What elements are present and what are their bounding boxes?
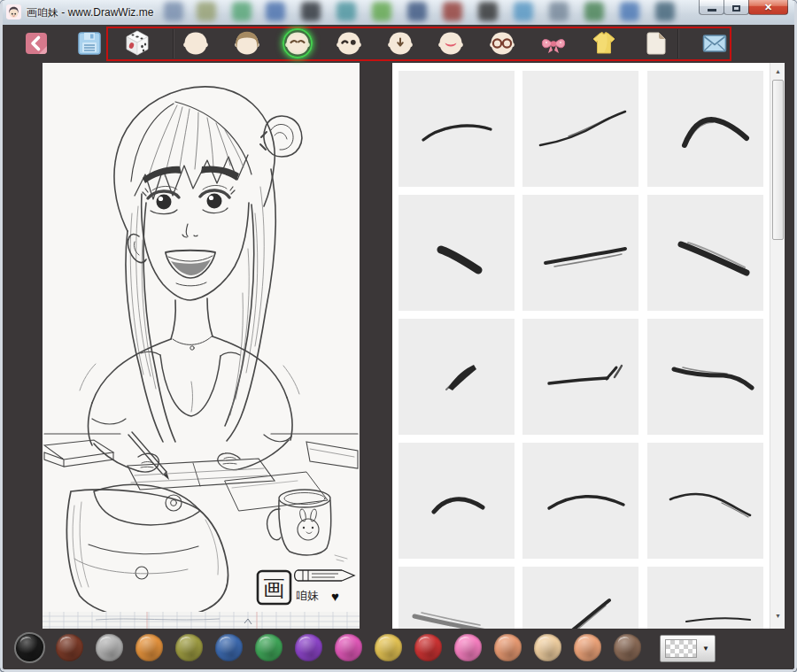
background-app-icon-blur xyxy=(164,2,183,21)
eyebrow-sketch xyxy=(398,567,515,629)
mouth-button[interactable] xyxy=(437,29,465,58)
color-swatch-2[interactable] xyxy=(56,634,83,661)
color-swatch-1[interactable] xyxy=(16,634,43,661)
eyebrow-sketch xyxy=(522,443,638,559)
eyebrow-thumbnail-brow-11[interactable] xyxy=(522,443,638,559)
svg-text:咱妹: 咱妹 xyxy=(296,589,319,602)
background-app-icon-blur xyxy=(478,2,498,21)
bow-icon xyxy=(539,29,568,58)
color-swatch-16[interactable] xyxy=(614,634,641,661)
accessory-button[interactable] xyxy=(539,29,568,58)
minimize-button[interactable] xyxy=(699,0,724,15)
face-nose-icon xyxy=(386,29,414,58)
background-app-icon-blur xyxy=(549,2,569,21)
eyebrow-sketch xyxy=(398,319,515,435)
eyebrow-sketch xyxy=(398,195,515,311)
girl-sketch: 画 咱妹 ♥ xyxy=(43,63,360,629)
color-swatch-7[interactable] xyxy=(255,634,282,661)
maximize-button[interactable] xyxy=(723,0,749,15)
color-swatch-9[interactable] xyxy=(335,634,362,661)
eyebrow-sketch xyxy=(647,319,763,435)
save-floppy-icon xyxy=(75,29,104,58)
background-button[interactable] xyxy=(641,29,669,58)
eyebrow-thumbnail-brow-7[interactable] xyxy=(398,319,515,435)
hair-button[interactable] xyxy=(233,29,261,58)
color-swatch-15[interactable] xyxy=(574,634,601,661)
color-swatch-10[interactable] xyxy=(375,634,402,661)
color-swatch-12[interactable] xyxy=(454,634,482,661)
eyebrow-thumbnail-brow-14[interactable] xyxy=(522,567,638,629)
background-app-icon-blur xyxy=(514,2,533,21)
eyebrow-thumbnail-brow-15[interactable] xyxy=(647,567,763,629)
background-app-icon-blur xyxy=(655,2,675,21)
color-swatch-6[interactable] xyxy=(215,634,243,661)
eyebrow-selection-panel: ▲ ▼ xyxy=(392,63,785,629)
background-app-icon-blur xyxy=(584,2,604,21)
pattern-dropdown[interactable]: ▼ xyxy=(660,635,716,662)
randomize-button[interactable] xyxy=(123,29,151,58)
eyebrow-sketch xyxy=(647,567,763,629)
minimize-icon xyxy=(708,9,716,12)
dice-icon xyxy=(123,29,151,58)
toolbar-separator xyxy=(677,29,679,58)
eyes-button[interactable] xyxy=(335,29,363,58)
background-app-icon-blur xyxy=(620,2,639,21)
background-app-icon-blur xyxy=(232,2,251,21)
color-swatch-3[interactable] xyxy=(96,634,123,661)
face-glasses-icon xyxy=(488,29,516,58)
eyebrow-thumbnail-brow-12[interactable] xyxy=(647,443,763,559)
scroll-up-button[interactable]: ▲ xyxy=(771,65,785,79)
eyebrow-sketch xyxy=(647,443,763,559)
eyebrow-sketch xyxy=(398,443,515,559)
eyebrow-thumbnail-brow-13[interactable] xyxy=(398,567,515,629)
color-swatch-14[interactable] xyxy=(534,634,561,661)
face-eyes-icon xyxy=(335,29,363,58)
eyebrow-thumbnail-brow-9[interactable] xyxy=(647,319,763,435)
eyebrow-thumbnail-brow-4[interactable] xyxy=(398,195,515,311)
drawing-preview-canvas: 画 咱妹 ♥ xyxy=(43,63,360,629)
face-shape-button[interactable] xyxy=(182,29,210,58)
color-swatch-8[interactable] xyxy=(295,634,322,661)
paper-icon xyxy=(641,29,669,58)
main-content: 画 咱妹 ♥ xyxy=(3,63,794,629)
eyebrows-button[interactable] xyxy=(283,29,312,58)
scroll-down-button[interactable]: ▼ xyxy=(771,609,785,623)
title-bar[interactable]: 画咱妹 - www.DrawWiz.me ✕ xyxy=(0,0,797,25)
svg-text:画: 画 xyxy=(263,575,285,600)
eyebrow-thumbnail-brow-5[interactable] xyxy=(522,195,638,311)
eyebrow-thumbnail-brow-8[interactable] xyxy=(522,319,638,435)
clothes-button[interactable] xyxy=(590,29,618,58)
eyebrow-thumbnail-brow-3[interactable] xyxy=(647,71,763,187)
nose-button[interactable] xyxy=(386,29,414,58)
maximize-icon xyxy=(732,5,740,12)
scrollbar[interactable]: ▲ ▼ xyxy=(770,63,785,629)
eyebrow-sketch xyxy=(522,567,638,629)
color-swatch-5[interactable] xyxy=(175,634,203,661)
graph-paper-strip xyxy=(43,612,360,629)
eyebrow-sketch xyxy=(647,195,763,311)
color-swatch-11[interactable] xyxy=(414,634,442,661)
svg-text:♥: ♥ xyxy=(331,589,339,604)
close-icon: ✕ xyxy=(764,2,772,13)
transparent-checker-swatch xyxy=(665,639,697,658)
color-swatch-13[interactable] xyxy=(494,634,522,661)
background-app-icon-blur xyxy=(372,2,391,21)
background-app-icon-blur xyxy=(443,2,462,21)
back-arrow-icon xyxy=(22,29,50,58)
back-button[interactable] xyxy=(22,29,50,58)
eyebrow-thumbnail-brow-6[interactable] xyxy=(647,195,763,311)
eyebrow-sketch xyxy=(522,319,638,435)
face-eyebrows-icon xyxy=(283,29,312,58)
eyebrow-thumbnail-brow-2[interactable] xyxy=(522,71,638,187)
share-button[interactable] xyxy=(700,29,729,58)
eyebrow-thumbnail-brow-10[interactable] xyxy=(398,443,515,559)
glasses-button[interactable] xyxy=(488,29,516,58)
close-button[interactable]: ✕ xyxy=(748,0,788,15)
eyebrow-thumbnail-brow-1[interactable] xyxy=(398,71,515,187)
color-swatch-4[interactable] xyxy=(135,634,163,661)
background-app-icon-blur xyxy=(407,2,427,21)
scroll-thumb[interactable] xyxy=(772,80,784,240)
save-button[interactable] xyxy=(75,29,104,58)
background-app-icon-blur xyxy=(337,2,356,21)
eyebrow-sketch xyxy=(522,71,638,187)
